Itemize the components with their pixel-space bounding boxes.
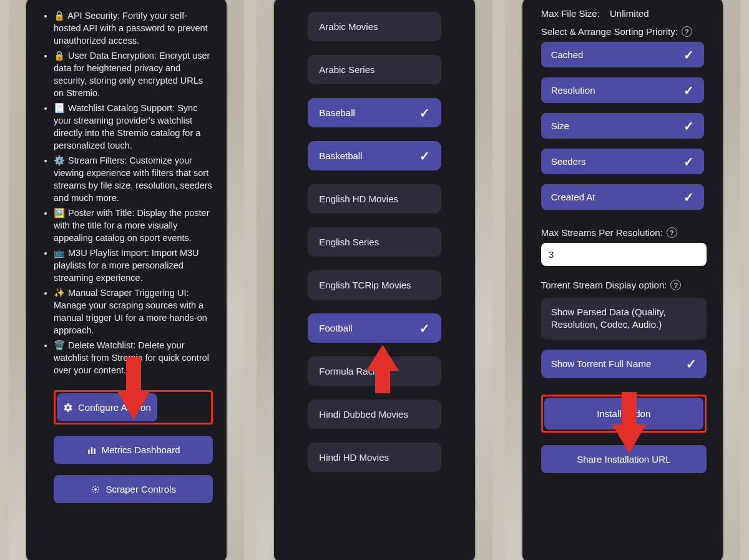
list-item: 🖼️ Poster with Title: Display the poster… (54, 207, 214, 244)
sparkles-icon: ✨ (54, 287, 65, 299)
max-filesize-label: Max File Size: Unlimited (541, 8, 707, 19)
category-chip[interactable]: Baseball✓ (308, 98, 441, 127)
chip-label: Basketball (319, 150, 362, 161)
category-chip[interactable]: English Series (308, 227, 441, 257)
chip-label: Football (319, 323, 352, 333)
chip-label: English TCRip Movies (319, 280, 411, 290)
list-item: ✨ Manual Scraper Triggering UI: Manage y… (54, 287, 214, 336)
category-chip[interactable]: Arabic Movies (308, 12, 441, 41)
feature-title: Delete Watchlist: (68, 340, 135, 350)
sorting-priority-label: Select & Arrange Sorting Priority: ? (541, 26, 707, 37)
install-addon-button[interactable]: Install Addon (544, 398, 703, 430)
category-chip[interactable]: Basketball✓ (308, 141, 441, 170)
config-panel: Max File Size: Unlimited Select & Arrang… (522, 0, 723, 560)
categories-panel: Arabic MoviesArabic SeriesBaseball✓Baske… (274, 0, 474, 560)
chip-label: Baseball (319, 107, 355, 118)
chip-label: Hindi HD Movies (319, 452, 389, 463)
sliders-icon (91, 484, 100, 494)
button-label: Share Installation URL (577, 454, 670, 464)
chip-label: Cached (551, 49, 584, 60)
list-item: 🗑️ Delete Watchlist: Delete your watchli… (54, 339, 214, 376)
sort-priority-chip[interactable]: Cached✓ (541, 42, 704, 67)
list-item: 🔒 User Data Encryption: Encrypt user dat… (54, 49, 214, 99)
configure-addon-button[interactable]: Configure Add-on (57, 393, 157, 421)
lock-icon: 🔒 (54, 49, 65, 62)
sort-priority-chip[interactable]: Size✓ (541, 113, 704, 139)
option-label: Show Torrent Full Name (551, 358, 652, 370)
help-icon[interactable]: ? (670, 280, 681, 290)
tv-icon: 📺 (54, 247, 65, 259)
list-item: ⚙️ Stream Filters: Customize your viewin… (54, 154, 214, 204)
category-chip[interactable]: Arabic Series (308, 55, 441, 84)
chip-label: Arabic Movies (319, 21, 378, 32)
gear-icon: ⚙️ (54, 154, 65, 167)
chip-label: English Series (319, 237, 379, 247)
chip-label: Arabic Series (319, 64, 374, 75)
sort-priority-chip[interactable]: Resolution✓ (541, 77, 704, 103)
feature-title: API Security: (67, 11, 120, 21)
option-label: Show Parsed Data (Quality, Resolution, C… (551, 306, 697, 332)
document-icon: 📃 (54, 102, 65, 114)
feature-title: User Data Encryption: (68, 51, 157, 61)
max-streams-label: Max Streams Per Resolution: ? (541, 227, 707, 238)
svg-rect-2 (94, 448, 95, 454)
chip-label: English HD Movies (319, 194, 398, 204)
features-list: 🔒 API Security: Fortify your self-hosted… (39, 9, 214, 376)
category-chip[interactable]: Hindi Dubbed Movies (308, 400, 441, 429)
category-chip[interactable]: English HD Movies (308, 184, 441, 214)
sort-priority-chip[interactable]: Created At✓ (541, 184, 704, 210)
chip-label: Size (551, 120, 569, 131)
lock-icon: 🔒 (54, 9, 65, 22)
max-filesize-value: Unlimited (610, 8, 649, 19)
display-option[interactable]: Show Parsed Data (Quality, Resolution, C… (541, 298, 707, 340)
sort-priority-list: Cached✓Resolution✓Size✓Seeders✓Created A… (541, 42, 707, 210)
features-panel: 🔒 API Security: Fortify your self-hosted… (26, 0, 227, 560)
help-icon[interactable]: ? (682, 26, 692, 37)
category-chip[interactable]: Football✓ (308, 313, 441, 343)
chip-label: Resolution (551, 85, 595, 96)
list-item: 📃 Watchlist Catalog Support: Sync your s… (54, 102, 214, 152)
button-label: Install Addon (597, 408, 650, 419)
feature-desc: Manage your scraping sources with a manu… (54, 300, 207, 335)
feature-title: M3U Playlist Import: (68, 248, 149, 258)
picture-icon: 🖼️ (54, 207, 65, 219)
button-label: Metrics Dashboard (102, 445, 180, 455)
chart-icon (87, 445, 97, 455)
highlight-configure: Configure Add-on (54, 390, 213, 425)
share-installation-url-button[interactable]: Share Installation URL (541, 445, 707, 473)
button-label: Configure Add-on (78, 402, 151, 413)
display-option[interactable]: Show Torrent Full Name✓ (541, 350, 707, 378)
sort-priority-chip[interactable]: Seeders✓ (541, 149, 704, 174)
metrics-dashboard-button[interactable]: Metrics Dashboard (54, 436, 213, 464)
gear-icon (63, 403, 73, 413)
max-streams-input[interactable] (541, 243, 707, 266)
feature-title: Stream Filters: (68, 155, 127, 165)
feature-title: Poster with Title: (68, 208, 134, 218)
chip-label: Created At (551, 192, 595, 202)
feature-title: Watchlist Catalog Support: (68, 103, 175, 113)
highlight-install: Install Addon (541, 395, 707, 433)
category-chip[interactable]: Formula Racing (308, 356, 441, 386)
chip-label: Seeders (551, 156, 586, 167)
trash-icon: 🗑️ (54, 339, 65, 351)
display-option-label: Torrent Stream Display option: ? (541, 280, 707, 290)
chip-label: Formula Racing (319, 366, 385, 376)
feature-title: Manual Scraper Triggering UI: (68, 288, 188, 298)
categories-list: Arabic MoviesArabic SeriesBaseball✓Baske… (286, 9, 462, 474)
scraper-controls-button[interactable]: Scraper Controls (54, 475, 213, 503)
help-icon[interactable]: ? (667, 227, 677, 238)
list-item: 📺 M3U Playlist Import: Import M3U playli… (54, 247, 214, 284)
svg-rect-0 (88, 449, 90, 454)
category-chip[interactable]: Hindi HD Movies (308, 443, 441, 472)
button-label: Scraper Controls (105, 484, 176, 494)
svg-rect-1 (91, 447, 92, 454)
svg-point-3 (94, 488, 97, 491)
list-item: 🔒 API Security: Fortify your self-hosted… (54, 9, 214, 47)
chip-label: Hindi Dubbed Movies (319, 409, 408, 420)
category-chip[interactable]: English TCRip Movies (308, 270, 441, 300)
